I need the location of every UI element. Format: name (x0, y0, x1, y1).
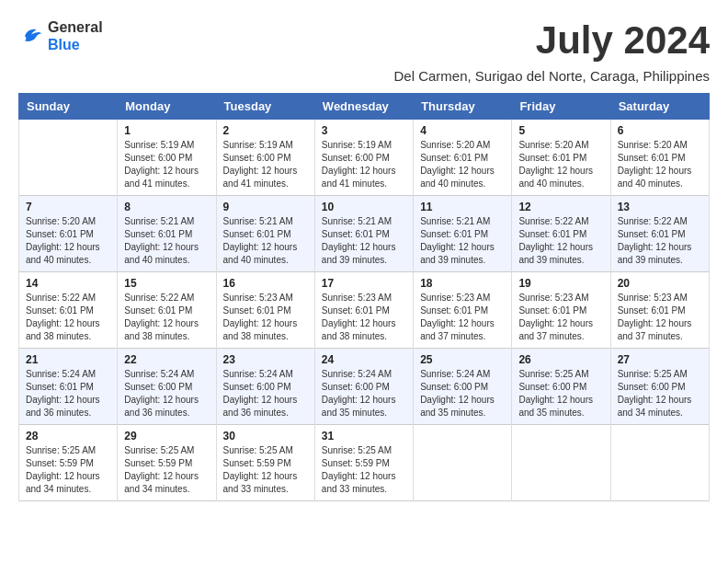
logo: General Blue (18, 18, 103, 53)
day-number: 20 (618, 277, 702, 290)
day-info: Sunrise: 5:24 AMSunset: 6:00 PMDaylight:… (223, 368, 308, 419)
calendar-cell: 2Sunrise: 5:19 AMSunset: 6:00 PMDaylight… (216, 120, 314, 196)
calendar-cell: 28Sunrise: 5:25 AMSunset: 5:59 PMDayligh… (19, 425, 118, 501)
col-header-monday: Monday (118, 94, 216, 120)
col-header-wednesday: Wednesday (314, 94, 413, 120)
calendar-cell: 3Sunrise: 5:19 AMSunset: 6:00 PMDaylight… (314, 120, 413, 196)
col-header-tuesday: Tuesday (216, 94, 314, 120)
calendar-cell: 5Sunrise: 5:20 AMSunset: 6:01 PMDaylight… (512, 120, 610, 196)
day-info: Sunrise: 5:21 AMSunset: 6:01 PMDaylight:… (420, 215, 505, 267)
calendar-cell (610, 425, 709, 501)
calendar-cell: 19Sunrise: 5:23 AMSunset: 6:01 PMDayligh… (512, 272, 610, 349)
day-info: Sunrise: 5:23 AMSunset: 6:01 PMDaylight:… (618, 292, 702, 343)
calendar-cell: 12Sunrise: 5:22 AMSunset: 6:01 PMDayligh… (512, 196, 610, 272)
day-info: Sunrise: 5:23 AMSunset: 6:01 PMDaylight:… (223, 292, 308, 343)
day-number: 25 (420, 353, 505, 366)
calendar-cell (414, 425, 512, 501)
calendar-cell: 21Sunrise: 5:24 AMSunset: 6:01 PMDayligh… (19, 349, 118, 425)
day-info: Sunrise: 5:19 AMSunset: 6:00 PMDaylight:… (322, 139, 406, 190)
calendar-week-row: 7Sunrise: 5:20 AMSunset: 6:01 PMDaylight… (19, 196, 710, 272)
day-number: 19 (518, 277, 603, 290)
day-info: Sunrise: 5:22 AMSunset: 6:01 PMDaylight:… (518, 215, 603, 267)
day-number: 5 (518, 124, 603, 137)
calendar-cell: 23Sunrise: 5:24 AMSunset: 6:00 PMDayligh… (216, 349, 314, 425)
col-header-friday: Friday (512, 94, 610, 120)
day-number: 10 (322, 201, 406, 213)
col-header-saturday: Saturday (610, 94, 709, 120)
day-info: Sunrise: 5:25 AMSunset: 5:59 PMDaylight:… (223, 444, 308, 496)
calendar-cell: 13Sunrise: 5:22 AMSunset: 6:01 PMDayligh… (610, 196, 709, 272)
day-info: Sunrise: 5:23 AMSunset: 6:01 PMDaylight:… (420, 292, 505, 343)
day-info: Sunrise: 5:19 AMSunset: 6:00 PMDaylight:… (223, 139, 308, 190)
calendar-cell: 18Sunrise: 5:23 AMSunset: 6:01 PMDayligh… (414, 272, 512, 349)
day-number: 1 (124, 124, 209, 137)
day-info: Sunrise: 5:24 AMSunset: 6:00 PMDaylight:… (322, 368, 406, 419)
day-info: Sunrise: 5:20 AMSunset: 6:01 PMDaylight:… (618, 139, 702, 190)
day-number: 14 (26, 277, 110, 290)
day-info: Sunrise: 5:25 AMSunset: 6:00 PMDaylight:… (518, 368, 603, 419)
day-number: 8 (124, 201, 209, 213)
header: General Blue July 2024 (18, 18, 710, 63)
day-number: 7 (26, 201, 110, 213)
day-info: Sunrise: 5:22 AMSunset: 6:01 PMDaylight:… (618, 215, 702, 267)
day-number: 2 (223, 124, 308, 137)
day-number: 17 (322, 277, 406, 290)
calendar-cell: 6Sunrise: 5:20 AMSunset: 6:01 PMDaylight… (610, 120, 709, 196)
day-number: 21 (26, 353, 110, 366)
day-number: 18 (420, 277, 505, 290)
calendar-cell: 11Sunrise: 5:21 AMSunset: 6:01 PMDayligh… (414, 196, 512, 272)
day-info: Sunrise: 5:20 AMSunset: 6:01 PMDaylight:… (26, 215, 110, 267)
day-info: Sunrise: 5:25 AMSunset: 5:59 PMDaylight:… (124, 444, 209, 496)
day-info: Sunrise: 5:24 AMSunset: 6:00 PMDaylight:… (124, 368, 209, 419)
day-info: Sunrise: 5:21 AMSunset: 6:01 PMDaylight:… (124, 215, 209, 267)
day-number: 27 (618, 353, 702, 366)
calendar-table: SundayMondayTuesdayWednesdayThursdayFrid… (18, 93, 710, 501)
day-info: Sunrise: 5:20 AMSunset: 6:01 PMDaylight:… (420, 139, 505, 190)
day-info: Sunrise: 5:21 AMSunset: 6:01 PMDaylight:… (223, 215, 308, 267)
col-header-thursday: Thursday (414, 94, 512, 120)
day-info: Sunrise: 5:19 AMSunset: 6:00 PMDaylight:… (124, 139, 209, 190)
day-number: 31 (322, 430, 406, 442)
day-number: 26 (518, 353, 603, 366)
calendar-week-row: 28Sunrise: 5:25 AMSunset: 5:59 PMDayligh… (19, 425, 710, 501)
day-info: Sunrise: 5:23 AMSunset: 6:01 PMDaylight:… (518, 292, 603, 343)
day-number: 12 (518, 201, 603, 213)
day-number: 16 (223, 277, 308, 290)
day-number: 28 (26, 430, 110, 442)
calendar-cell: 26Sunrise: 5:25 AMSunset: 6:00 PMDayligh… (512, 349, 610, 425)
day-number: 6 (618, 124, 702, 137)
calendar-cell: 20Sunrise: 5:23 AMSunset: 6:01 PMDayligh… (610, 272, 709, 349)
logo-icon (18, 23, 44, 49)
day-number: 23 (223, 353, 308, 366)
calendar-week-row: 14Sunrise: 5:22 AMSunset: 6:01 PMDayligh… (19, 272, 710, 349)
calendar-cell (19, 120, 118, 196)
day-number: 3 (322, 124, 406, 137)
calendar-header-row: SundayMondayTuesdayWednesdayThursdayFrid… (19, 94, 710, 120)
calendar-cell: 16Sunrise: 5:23 AMSunset: 6:01 PMDayligh… (216, 272, 314, 349)
month-year-title: July 2024 (536, 18, 710, 63)
calendar-cell: 29Sunrise: 5:25 AMSunset: 5:59 PMDayligh… (118, 425, 216, 501)
calendar-cell: 8Sunrise: 5:21 AMSunset: 6:01 PMDaylight… (118, 196, 216, 272)
location-title: Del Carmen, Surigao del Norte, Caraga, P… (18, 68, 710, 84)
calendar-cell: 31Sunrise: 5:25 AMSunset: 5:59 PMDayligh… (314, 425, 413, 501)
calendar-cell: 22Sunrise: 5:24 AMSunset: 6:00 PMDayligh… (118, 349, 216, 425)
calendar-cell: 15Sunrise: 5:22 AMSunset: 6:01 PMDayligh… (118, 272, 216, 349)
day-info: Sunrise: 5:25 AMSunset: 5:59 PMDaylight:… (322, 444, 406, 496)
day-info: Sunrise: 5:22 AMSunset: 6:01 PMDaylight:… (26, 292, 110, 343)
day-number: 4 (420, 124, 505, 137)
day-number: 13 (618, 201, 702, 213)
day-number: 15 (124, 277, 209, 290)
logo-text: General Blue (48, 18, 103, 53)
calendar-cell: 4Sunrise: 5:20 AMSunset: 6:01 PMDaylight… (414, 120, 512, 196)
calendar-week-row: 21Sunrise: 5:24 AMSunset: 6:01 PMDayligh… (19, 349, 710, 425)
calendar-cell: 25Sunrise: 5:24 AMSunset: 6:00 PMDayligh… (414, 349, 512, 425)
day-info: Sunrise: 5:21 AMSunset: 6:01 PMDaylight:… (322, 215, 406, 267)
day-number: 11 (420, 201, 505, 213)
day-number: 22 (124, 353, 209, 366)
calendar-cell: 9Sunrise: 5:21 AMSunset: 6:01 PMDaylight… (216, 196, 314, 272)
day-info: Sunrise: 5:23 AMSunset: 6:01 PMDaylight:… (322, 292, 406, 343)
calendar-cell: 17Sunrise: 5:23 AMSunset: 6:01 PMDayligh… (314, 272, 413, 349)
day-info: Sunrise: 5:24 AMSunset: 6:01 PMDaylight:… (26, 368, 110, 419)
calendar-cell: 14Sunrise: 5:22 AMSunset: 6:01 PMDayligh… (19, 272, 118, 349)
day-info: Sunrise: 5:22 AMSunset: 6:01 PMDaylight:… (124, 292, 209, 343)
